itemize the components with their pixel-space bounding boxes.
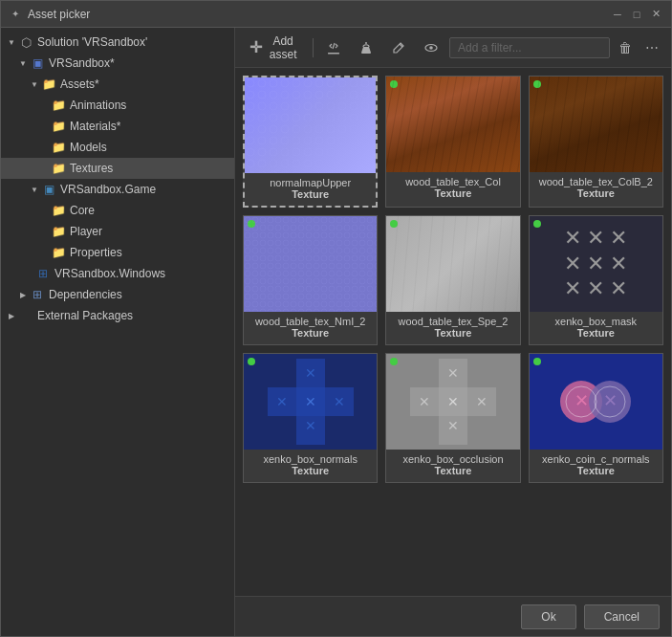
svg-text:✕: ✕: [276, 394, 288, 409]
label-player: Player: [70, 225, 102, 238]
cancel-button[interactable]: Cancel: [584, 604, 660, 629]
asset-card-wood-col[interactable]: wood_table_tex_Col Texture: [385, 76, 520, 208]
arrow-solution: ▼: [5, 35, 18, 49]
properties-folder-icon: 📁: [51, 245, 66, 260]
normalmap-lines: [245, 77, 376, 173]
animations-folder-icon: 📁: [51, 98, 66, 113]
label-animations: Animations: [70, 99, 126, 112]
normalmap-pattern-2: [244, 216, 377, 312]
vrsandbox-game-icon: ▣: [41, 182, 56, 197]
asset-type-xenko-mask: Texture: [533, 327, 659, 339]
asset-name-xenko-mask: xenko_box_mask: [533, 316, 659, 327]
svg-rect-13: [386, 216, 519, 312]
asset-thumb-xenko-normals: ✕ ✕ ✕ ✕ ✕: [244, 354, 377, 450]
asset-info-wood-col: wood_table_tex_Col Texture: [386, 172, 519, 205]
asset-card-xenko-coin[interactable]: ✕ ✕ xenko_coin_c_normals Texture: [529, 353, 663, 483]
materials-folder-icon: 📁: [51, 119, 66, 134]
arrow-vrsandbox-windows: [28, 267, 35, 280]
asset-type-normalmapUpper: Texture: [249, 188, 372, 200]
models-folder-icon: 📁: [51, 140, 66, 155]
tree-item-models[interactable]: 📁 Models: [1, 137, 234, 158]
asset-thumb-xenko-occlusion: ✕ ✕ ✕ ✕ ✕: [386, 354, 519, 450]
more-options-button[interactable]: ⋯: [640, 37, 663, 58]
title-bar-controls: ─ □ ✕: [610, 8, 663, 21]
close-button[interactable]: ✕: [648, 8, 663, 21]
tree-item-player[interactable]: 📁 Player: [1, 221, 234, 242]
svg-point-3: [429, 46, 433, 50]
add-asset-label: Add asset: [266, 34, 300, 61]
asset-card-xenko-occlusion[interactable]: ✕ ✕ ✕ ✕ ✕ xenko_box_occlusion Texture: [385, 353, 520, 483]
label-models: Models: [70, 141, 107, 154]
asset-card-wood-nml2[interactable]: wood_table_tex_NmI_2 Texture: [243, 215, 378, 345]
window-icon: ✦: [9, 8, 22, 21]
filter-input[interactable]: [449, 37, 610, 58]
coin-svg: ✕ ✕: [557, 368, 634, 435]
normals-cross-svg: ✕ ✕ ✕ ✕ ✕: [268, 359, 354, 445]
assets-grid: normalmapUpper Texture: [235, 68, 671, 596]
tree-item-solution[interactable]: ▼ ⬡ Solution 'VRSandbox': [1, 32, 234, 53]
asset-thumb-wood-col: [386, 77, 519, 172]
sidebar-tree: ▼ ⬡ Solution 'VRSandbox' ▼ ▣ VRSandbox* …: [1, 28, 235, 636]
delete-button[interactable]: 🗑: [614, 37, 637, 58]
asset-type-wood-col: Texture: [390, 187, 515, 199]
tree-item-external-packages[interactable]: ▶ External Packages: [1, 305, 234, 326]
textures-folder-icon: 📁: [51, 161, 66, 176]
svg-text:✕: ✕: [447, 394, 459, 409]
toolbar-separator-1: [313, 38, 314, 57]
asset-name-xenko-occlusion: xenko_box_occlusion: [390, 453, 515, 465]
svg-text:✕: ✕: [334, 394, 345, 409]
tree-item-vrsandbox-windows[interactable]: ⊞ VRSandbox.Windows: [1, 263, 234, 284]
maximize-button[interactable]: □: [629, 8, 644, 21]
asset-name-wood-nml2: wood_table_tex_NmI_2: [248, 316, 373, 327]
tree-item-properties[interactable]: 📁 Properties: [1, 242, 234, 263]
asset-name-xenko-normals: xenko_box_normals: [248, 453, 373, 465]
visibility-button[interactable]: [417, 36, 445, 59]
link-button[interactable]: [319, 36, 348, 59]
label-assets: Assets*: [60, 77, 99, 91]
svg-rect-11: [244, 216, 377, 312]
tree-item-dependencies[interactable]: ▶ ⊞ Dependencies: [1, 284, 234, 305]
window-title: Asset picker: [28, 8, 610, 21]
svg-rect-7: [386, 77, 519, 172]
arrow-external-packages: ▶: [5, 309, 18, 322]
asset-info-xenko-coin: xenko_coin_c_normals Texture: [530, 450, 662, 482]
asset-name-normalmapUpper: normalmapUpper: [249, 177, 372, 188]
ok-button[interactable]: Ok: [521, 604, 575, 629]
status-dot-xenko-coin: [533, 358, 541, 365]
add-asset-plus-icon: ✛: [249, 38, 262, 56]
assets-folder-icon: 📁: [41, 77, 56, 92]
asset-card-wood-colb2[interactable]: wood_table_tex_ColB_2 Texture: [529, 76, 663, 208]
wood-grain-1: [386, 77, 519, 172]
spec-pattern: [386, 216, 519, 312]
asset-card-normalmapUpper[interactable]: normalmapUpper Texture: [243, 76, 378, 208]
svg-text:✕: ✕: [447, 418, 459, 433]
tree-item-vrsandbox[interactable]: ▼ ▣ VRSandbox*: [1, 53, 234, 74]
texture-preview-wood-colb2: [530, 77, 662, 172]
bucket-button[interactable]: [352, 36, 380, 59]
svg-text:✕: ✕: [574, 391, 589, 410]
asset-name-wood-colb2: wood_table_tex_ColB_2: [533, 176, 659, 187]
asset-thumb-normalmapUpper: [245, 77, 376, 173]
asset-info-normalmapUpper: normalmapUpper Texture: [245, 173, 376, 206]
tree-item-textures[interactable]: 📁 Textures: [1, 158, 234, 179]
asset-type-xenko-occlusion: Texture: [390, 465, 515, 476]
tree-item-assets[interactable]: ▼ 📁 Assets*: [1, 74, 234, 95]
svg-rect-5: [245, 77, 376, 173]
add-asset-button[interactable]: ✛ Add asset: [243, 31, 307, 65]
label-materials: Materials*: [70, 120, 120, 133]
svg-rect-9: [530, 77, 662, 172]
asset-card-xenko-mask[interactable]: ✕ ✕ ✕✕ ✕ ✕✕ ✕ ✕ xenko_box_mask Texture: [529, 215, 663, 345]
tree-item-animations[interactable]: 📁 Animations: [1, 95, 234, 116]
asset-card-wood-spe2[interactable]: wood_table_tex_Spe_2 Texture: [385, 215, 520, 345]
arrow-dependencies: ▶: [16, 288, 30, 301]
label-dependencies: Dependencies: [49, 288, 122, 301]
occlusion-cross-svg: ✕ ✕ ✕ ✕ ✕: [410, 359, 496, 445]
edit-button[interactable]: [384, 36, 413, 59]
tree-item-core[interactable]: 📁 Core: [1, 200, 234, 221]
texture-preview-xenko-occlusion: ✕ ✕ ✕ ✕ ✕: [386, 354, 519, 450]
asset-card-xenko-normals[interactable]: ✕ ✕ ✕ ✕ ✕ xenko_box_normals Texture: [243, 353, 378, 483]
minimize-button[interactable]: ─: [610, 8, 625, 21]
label-properties: Properties: [70, 246, 122, 259]
tree-item-vrsandbox-game[interactable]: ▼ ▣ VRSandbox.Game: [1, 179, 234, 200]
tree-item-materials[interactable]: 📁 Materials*: [1, 116, 234, 137]
